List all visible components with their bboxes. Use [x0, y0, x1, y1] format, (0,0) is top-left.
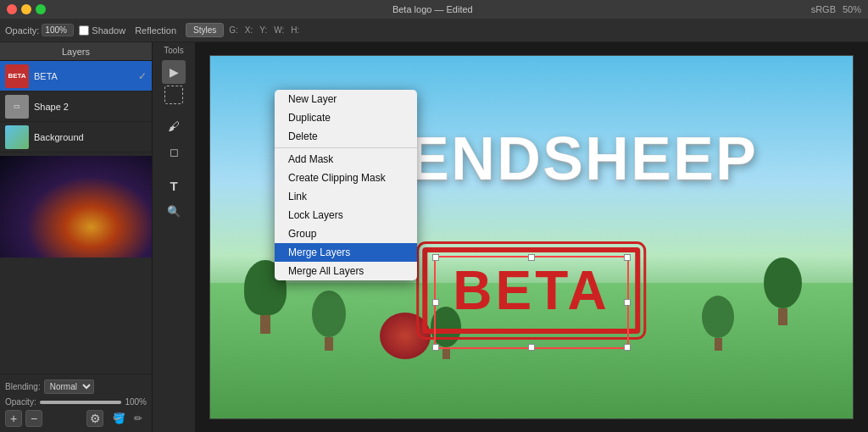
opacity-slider[interactable]: [40, 401, 122, 404]
y-label: Y:: [259, 25, 267, 35]
zoom-badge: 50%: [843, 4, 861, 14]
menu-merge-layers[interactable]: Merge Layers: [275, 243, 417, 262]
tool-arrow[interactable]: ▶: [162, 60, 186, 84]
x-label: X:: [245, 25, 253, 35]
tools-title: Tools: [164, 46, 183, 55]
opacity-control: Opacity:: [5, 24, 74, 36]
shadow-label: Shadow: [92, 25, 125, 36]
paint-bucket-icon[interactable]: 🪣: [110, 410, 127, 427]
color-profile-badge: sRGB: [811, 4, 836, 14]
layers-bottom: Blending: Normal Opacity: 100% + − ⚙: [0, 374, 152, 432]
tool-search[interactable]: 🔍: [162, 199, 186, 223]
layers-actions: + − ⚙ 🪣 ✏: [5, 410, 147, 427]
tool-paint[interactable]: 🖌: [162, 114, 186, 138]
layers-panel: Layers BETA BETA ✓ ▭ Shape 2 Background: [0, 42, 153, 432]
shadow-check[interactable]: Shadow: [79, 25, 125, 36]
layer-name-beta: BETA: [34, 71, 133, 81]
blending-select[interactable]: Normal: [44, 379, 94, 394]
h-label: H:: [291, 25, 299, 35]
title-right: sRGB 50%: [811, 4, 861, 14]
menu-link[interactable]: Link: [275, 187, 417, 206]
g-label: G:: [229, 25, 238, 35]
main-area: Layers BETA BETA ✓ ▭ Shape 2 Background: [0, 42, 868, 432]
beta-stamp: BETA: [422, 247, 640, 334]
layer-item-beta[interactable]: BETA BETA ✓: [0, 61, 152, 91]
menu-merge-all-layers[interactable]: Merge All Layers: [275, 262, 417, 280]
canvas-area: New Layer Duplicate Delete Add Mask Crea…: [195, 42, 868, 432]
layer-thumb-shape2: ▭: [5, 95, 29, 119]
layer-item-background[interactable]: Background: [0, 122, 152, 152]
tree-3: [764, 258, 802, 325]
menu-new-layer[interactable]: New Layer: [275, 90, 417, 108]
layer-name-background: Background: [34, 132, 147, 142]
menu-separator-1: [275, 147, 417, 148]
menu-duplicate[interactable]: Duplicate: [275, 108, 417, 127]
settings-button[interactable]: ⚙: [86, 410, 103, 427]
beta-stamp-text: BETA: [453, 260, 609, 321]
maximize-button[interactable]: [36, 4, 46, 14]
w-label: W:: [274, 25, 284, 35]
reflection-btn[interactable]: Reflection: [131, 24, 181, 37]
opacity-input[interactable]: [42, 24, 74, 36]
tool-text[interactable]: T: [162, 174, 186, 197]
toolbar: Opacity: Shadow Reflection Styles G: X: …: [0, 19, 868, 42]
shadow-checkbox[interactable]: [79, 25, 89, 36]
opacity-label: Opacity:: [5, 25, 39, 36]
coords: G: X: Y: W: H:: [229, 25, 299, 35]
layers-panel-title: Layers: [0, 42, 152, 61]
menu-delete[interactable]: Delete: [275, 127, 417, 146]
minimize-button[interactable]: [21, 4, 31, 14]
layer-name-shape2: Shape 2: [34, 102, 147, 112]
left-panel: Layers BETA BETA ✓ ▭ Shape 2 Background: [0, 42, 195, 432]
layer-opacity-value: 100%: [125, 397, 147, 407]
menu-create-clipping-mask[interactable]: Create Clipping Mask: [275, 169, 417, 187]
traffic-lights: [7, 4, 46, 14]
opacity-row: Opacity: 100%: [5, 397, 147, 407]
layer-thumb-background: [5, 125, 29, 149]
tools-panel: Tools ▶ 🖌 ◻ T 🔍: [153, 42, 195, 432]
tree-2: [312, 291, 346, 351]
menu-group[interactable]: Group: [275, 224, 417, 243]
close-button[interactable]: [7, 4, 17, 14]
brush-icon[interactable]: ✏: [130, 410, 147, 427]
delete-layer-button[interactable]: −: [25, 410, 42, 427]
context-menu: New Layer Duplicate Delete Add Mask Crea…: [275, 90, 417, 280]
tree-4: [702, 296, 734, 351]
layer-visibility-beta[interactable]: ✓: [138, 70, 147, 82]
layer-thumb-beta: BETA: [5, 64, 29, 88]
tool-rect-select[interactable]: [164, 86, 183, 104]
window-title: Beta logo — Edited: [54, 4, 811, 14]
blending-row: Blending: Normal: [5, 379, 147, 394]
menu-add-mask[interactable]: Add Mask: [275, 150, 417, 169]
styles-button[interactable]: Styles: [186, 23, 224, 37]
add-layer-button[interactable]: +: [5, 410, 22, 427]
layers-title-label: Layers: [62, 47, 90, 57]
layer-opacity-label: Opacity:: [5, 397, 36, 407]
menu-lock-layers[interactable]: Lock Layers: [275, 206, 417, 224]
blending-label: Blending:: [5, 382, 41, 391]
title-bar: Beta logo — Edited sRGB 50%: [0, 0, 868, 19]
tool-eraser[interactable]: ◻: [162, 140, 186, 163]
layer-item-shape2[interactable]: ▭ Shape 2: [0, 91, 152, 122]
